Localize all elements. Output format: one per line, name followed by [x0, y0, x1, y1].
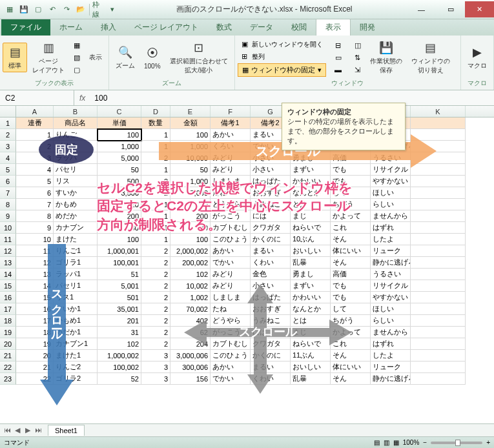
cell[interactable]: 3: [141, 361, 170, 373]
zoom-100-button[interactable]: ⦿100%: [140, 45, 165, 71]
cell[interactable]: 2,000,002: [170, 245, 211, 257]
tab-表示[interactable]: 表示: [316, 19, 351, 36]
cell[interactable]: 1,000,002: [98, 350, 141, 361]
maximize-button[interactable]: ▭: [436, 1, 465, 17]
cell[interactable]: [411, 199, 466, 210]
cell[interactable]: 金色: [251, 269, 291, 280]
minimize-button[interactable]: —: [407, 1, 436, 17]
cell[interactable]: かもめ: [54, 199, 98, 210]
row-header[interactable]: 20: [0, 338, 16, 350]
cell[interactable]: まるい: [251, 245, 291, 257]
new-window-button[interactable]: ▣新しいウィンドウを開く: [238, 39, 326, 50]
row-header[interactable]: 1: [0, 117, 16, 129]
cell[interactable]: 35,001: [98, 303, 141, 315]
tab-数式[interactable]: 数式: [207, 19, 241, 36]
cell[interactable]: [411, 361, 466, 373]
cell[interactable]: [411, 350, 466, 361]
col-header-F[interactable]: F: [211, 106, 251, 117]
cell[interactable]: そん: [331, 257, 371, 269]
cell[interactable]: 備考1: [211, 117, 251, 129]
custom-views-button[interactable]: ▧: [70, 52, 84, 63]
cell[interactable]: ほしい: [371, 303, 411, 315]
cell[interactable]: かくのに: [251, 234, 291, 245]
cell[interactable]: 高価: [331, 269, 371, 280]
cell[interactable]: [411, 187, 466, 199]
cell[interactable]: 1,000,001: [98, 245, 141, 257]
view-sidebyside-button[interactable]: ◫: [351, 39, 365, 51]
page-layout-view-button[interactable]: ▥ページ レイアウト: [28, 39, 68, 76]
cell[interactable]: 31: [98, 327, 141, 338]
cell[interactable]: 7: [16, 199, 54, 210]
arrange-all-button[interactable]: ⊞整列: [238, 51, 326, 63]
zoom-button[interactable]: 🔍ズーム: [112, 43, 139, 72]
row-header[interactable]: 13: [0, 257, 16, 269]
cell[interactable]: [411, 269, 466, 280]
show-group-button[interactable]: 表示: [85, 52, 106, 63]
cell[interactable]: [411, 176, 466, 187]
cell[interactable]: 5,000: [98, 152, 141, 164]
view-page-layout-icon[interactable]: ▥: [384, 439, 389, 446]
new-icon[interactable]: ▢: [32, 4, 44, 15]
row-header[interactable]: 7: [0, 187, 16, 199]
cell[interactable]: 9: [16, 222, 54, 234]
save-workspace-button[interactable]: 💾作業状態の 保存: [366, 39, 406, 76]
zoom-in-button[interactable]: +: [486, 439, 490, 446]
cell[interactable]: あかい: [211, 245, 251, 257]
row-header[interactable]: 6: [0, 176, 16, 187]
macros-button[interactable]: ▶マクロ: [464, 43, 491, 72]
col-header-D[interactable]: D: [141, 106, 170, 117]
row-header[interactable]: 21: [0, 350, 16, 361]
hide-button[interactable]: ▭: [331, 52, 345, 63]
row-header[interactable]: 18: [0, 315, 16, 327]
cell[interactable]: [411, 245, 466, 257]
col-header-B[interactable]: B: [54, 106, 98, 117]
normal-view-button[interactable]: ▤標準: [3, 43, 27, 72]
cell[interactable]: 2: [141, 292, 170, 303]
undo-icon[interactable]: ↶: [46, 4, 58, 15]
row-header[interactable]: 22: [0, 361, 16, 373]
cell[interactable]: リス: [54, 176, 98, 187]
cell[interactable]: 乱暴: [291, 257, 331, 269]
cell[interactable]: リューク: [371, 361, 411, 373]
cell[interactable]: 8: [16, 210, 54, 222]
cell[interactable]: 2: [141, 280, 170, 292]
row-header[interactable]: 2: [0, 129, 16, 141]
zoom-slider-thumb[interactable]: [455, 440, 460, 446]
close-button[interactable]: ✕: [465, 1, 494, 17]
cell[interactable]: うるさい: [371, 269, 411, 280]
cell[interactable]: 5: [16, 176, 54, 187]
cell[interactable]: 2: [141, 338, 170, 350]
row-header[interactable]: 4: [0, 152, 16, 164]
cell[interactable]: めだか: [54, 210, 98, 222]
row-header[interactable]: 17: [0, 303, 16, 315]
cell[interactable]: 勇まし: [291, 269, 331, 280]
row-header[interactable]: 12: [0, 245, 16, 257]
cell[interactable]: 数量: [141, 117, 170, 129]
row-header[interactable]: 19: [0, 327, 16, 338]
switch-windows-button[interactable]: ▤ウィンドウの 切り替え: [407, 39, 454, 76]
sheet-nav-first[interactable]: ⏮: [3, 426, 12, 434]
cell[interactable]: やすかない: [371, 176, 411, 187]
zoom-level[interactable]: 100%: [403, 439, 420, 446]
cell[interactable]: [411, 257, 466, 269]
cell[interactable]: [411, 292, 466, 303]
cell[interactable]: やすかない: [371, 292, 411, 303]
cell[interactable]: 6: [16, 187, 54, 199]
row-header[interactable]: 23: [0, 373, 16, 385]
cell[interactable]: 2: [141, 303, 170, 315]
row-header[interactable]: 8: [0, 199, 16, 210]
cell[interactable]: 静かに逃げろ: [371, 373, 411, 385]
name-box[interactable]: C2: [0, 90, 74, 105]
cell[interactable]: らしい: [371, 199, 411, 210]
sheet-tab-sheet1[interactable]: Sheet1: [48, 425, 85, 436]
cell[interactable]: 200,002: [170, 257, 211, 269]
sheet-nav-prev[interactable]: ◀: [13, 426, 22, 434]
fx-icon[interactable]: fx: [74, 94, 90, 103]
cell[interactable]: このひょう: [211, 234, 251, 245]
cell[interactable]: ほしい: [371, 187, 411, 199]
cell[interactable]: 2: [141, 257, 170, 269]
row-header[interactable]: 16: [0, 292, 16, 303]
cell[interactable]: [411, 234, 466, 245]
cell[interactable]: 52: [98, 373, 141, 385]
save-icon[interactable]: 💾: [18, 4, 30, 15]
